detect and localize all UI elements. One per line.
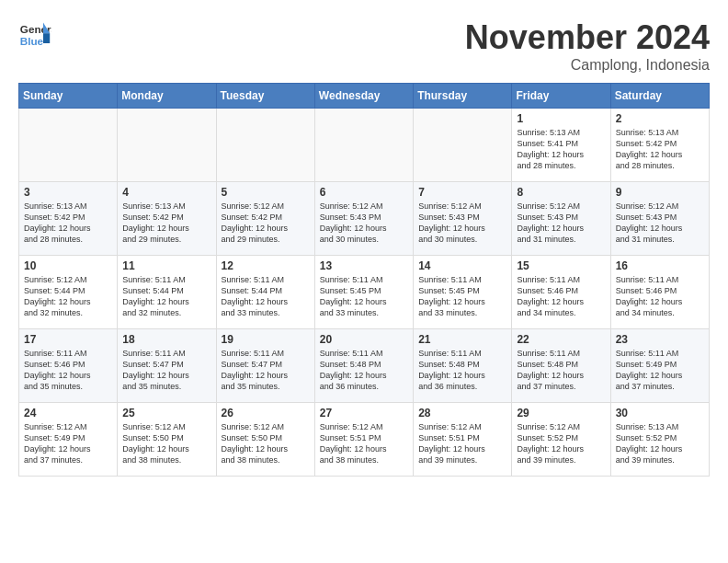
page-header: General Blue November 2024 Camplong, Ind… xyxy=(18,18,710,74)
calendar-day-24: 24Sunrise: 5:12 AM Sunset: 5:49 PM Dayli… xyxy=(19,403,118,477)
calendar-day-7: 7Sunrise: 5:12 AM Sunset: 5:43 PM Daylig… xyxy=(414,182,512,256)
day-info: Sunrise: 5:11 AM Sunset: 5:45 PM Dayligh… xyxy=(320,274,408,319)
day-info: Sunrise: 5:11 AM Sunset: 5:48 PM Dayligh… xyxy=(418,348,506,393)
day-number: 4 xyxy=(122,186,210,199)
calendar-week-4: 17Sunrise: 5:11 AM Sunset: 5:46 PM Dayli… xyxy=(19,329,710,403)
calendar-day-3: 3Sunrise: 5:13 AM Sunset: 5:42 PM Daylig… xyxy=(19,182,118,256)
day-info: Sunrise: 5:12 AM Sunset: 5:44 PM Dayligh… xyxy=(24,274,112,319)
title-block: November 2024 Camplong, Indonesia xyxy=(465,18,710,74)
location: Camplong, Indonesia xyxy=(465,57,710,74)
weekday-header-row: SundayMondayTuesdayWednesdayThursdayFrid… xyxy=(19,84,710,109)
day-number: 26 xyxy=(222,407,310,419)
calendar-table: SundayMondayTuesdayWednesdayThursdayFrid… xyxy=(18,83,710,477)
day-number: 28 xyxy=(418,407,506,419)
empty-day xyxy=(314,109,413,182)
day-number: 27 xyxy=(320,407,408,419)
calendar-day-29: 29Sunrise: 5:12 AM Sunset: 5:52 PM Dayli… xyxy=(512,403,610,477)
empty-day xyxy=(414,109,512,182)
svg-text:Blue: Blue xyxy=(20,35,44,47)
day-info: Sunrise: 5:12 AM Sunset: 5:51 PM Dayligh… xyxy=(320,421,408,466)
calendar-day-11: 11Sunrise: 5:11 AM Sunset: 5:44 PM Dayli… xyxy=(118,256,216,329)
calendar-week-5: 24Sunrise: 5:12 AM Sunset: 5:49 PM Dayli… xyxy=(19,403,710,477)
day-number: 6 xyxy=(320,186,408,199)
day-info: Sunrise: 5:13 AM Sunset: 5:42 PM Dayligh… xyxy=(24,201,112,246)
day-number: 9 xyxy=(616,186,704,199)
month-title: November 2024 xyxy=(465,18,710,57)
day-info: Sunrise: 5:13 AM Sunset: 5:42 PM Dayligh… xyxy=(122,201,210,246)
day-info: Sunrise: 5:13 AM Sunset: 5:52 PM Dayligh… xyxy=(616,421,704,466)
day-info: Sunrise: 5:12 AM Sunset: 5:43 PM Dayligh… xyxy=(616,201,704,246)
day-number: 21 xyxy=(418,333,506,346)
day-info: Sunrise: 5:11 AM Sunset: 5:48 PM Dayligh… xyxy=(517,348,605,393)
weekday-header-thursday: Thursday xyxy=(414,84,512,109)
day-number: 18 xyxy=(122,333,210,346)
logo-icon: General Blue xyxy=(18,18,51,52)
day-info: Sunrise: 5:12 AM Sunset: 5:51 PM Dayligh… xyxy=(418,421,506,466)
logo: General Blue xyxy=(18,18,51,52)
day-number: 8 xyxy=(517,186,605,199)
day-info: Sunrise: 5:12 AM Sunset: 5:50 PM Dayligh… xyxy=(222,421,310,466)
day-info: Sunrise: 5:12 AM Sunset: 5:50 PM Dayligh… xyxy=(122,421,210,466)
day-info: Sunrise: 5:12 AM Sunset: 5:52 PM Dayligh… xyxy=(517,421,605,466)
calendar-day-30: 30Sunrise: 5:13 AM Sunset: 5:52 PM Dayli… xyxy=(610,403,709,477)
calendar-day-1: 1Sunrise: 5:13 AM Sunset: 5:41 PM Daylig… xyxy=(512,109,610,182)
day-number: 29 xyxy=(517,407,605,419)
calendar-day-13: 13Sunrise: 5:11 AM Sunset: 5:45 PM Dayli… xyxy=(314,256,413,329)
calendar-day-10: 10Sunrise: 5:12 AM Sunset: 5:44 PM Dayli… xyxy=(19,256,118,329)
weekday-header-sunday: Sunday xyxy=(19,84,118,109)
day-number: 7 xyxy=(418,186,506,199)
empty-day xyxy=(216,109,314,182)
calendar-day-20: 20Sunrise: 5:11 AM Sunset: 5:48 PM Dayli… xyxy=(314,329,413,403)
day-number: 13 xyxy=(320,259,408,272)
day-number: 12 xyxy=(222,259,310,272)
day-info: Sunrise: 5:11 AM Sunset: 5:46 PM Dayligh… xyxy=(616,274,704,319)
calendar-day-22: 22Sunrise: 5:11 AM Sunset: 5:48 PM Dayli… xyxy=(512,329,610,403)
calendar-day-14: 14Sunrise: 5:11 AM Sunset: 5:45 PM Dayli… xyxy=(414,256,512,329)
day-info: Sunrise: 5:12 AM Sunset: 5:43 PM Dayligh… xyxy=(418,201,506,246)
day-info: Sunrise: 5:11 AM Sunset: 5:44 PM Dayligh… xyxy=(222,274,310,319)
svg-marker-3 xyxy=(43,33,50,43)
calendar-day-9: 9Sunrise: 5:12 AM Sunset: 5:43 PM Daylig… xyxy=(610,182,709,256)
day-info: Sunrise: 5:11 AM Sunset: 5:48 PM Dayligh… xyxy=(320,348,408,393)
calendar-day-18: 18Sunrise: 5:11 AM Sunset: 5:47 PM Dayli… xyxy=(118,329,216,403)
weekday-header-wednesday: Wednesday xyxy=(314,84,413,109)
day-number: 5 xyxy=(222,186,310,199)
calendar-day-23: 23Sunrise: 5:11 AM Sunset: 5:49 PM Dayli… xyxy=(610,329,709,403)
day-info: Sunrise: 5:12 AM Sunset: 5:42 PM Dayligh… xyxy=(222,201,310,246)
calendar-day-25: 25Sunrise: 5:12 AM Sunset: 5:50 PM Dayli… xyxy=(118,403,216,477)
empty-day xyxy=(19,109,118,182)
day-number: 10 xyxy=(24,259,112,272)
day-info: Sunrise: 5:13 AM Sunset: 5:41 PM Dayligh… xyxy=(517,127,605,172)
calendar-day-12: 12Sunrise: 5:11 AM Sunset: 5:44 PM Dayli… xyxy=(216,256,314,329)
day-info: Sunrise: 5:11 AM Sunset: 5:47 PM Dayligh… xyxy=(122,348,210,393)
calendar-day-16: 16Sunrise: 5:11 AM Sunset: 5:46 PM Dayli… xyxy=(610,256,709,329)
calendar-day-5: 5Sunrise: 5:12 AM Sunset: 5:42 PM Daylig… xyxy=(216,182,314,256)
day-info: Sunrise: 5:11 AM Sunset: 5:46 PM Dayligh… xyxy=(24,348,112,393)
day-info: Sunrise: 5:11 AM Sunset: 5:44 PM Dayligh… xyxy=(122,274,210,319)
calendar-day-8: 8Sunrise: 5:12 AM Sunset: 5:43 PM Daylig… xyxy=(512,182,610,256)
weekday-header-friday: Friday xyxy=(512,84,610,109)
day-number: 22 xyxy=(517,333,605,346)
day-number: 1 xyxy=(517,112,605,125)
calendar-week-1: 1Sunrise: 5:13 AM Sunset: 5:41 PM Daylig… xyxy=(19,109,710,182)
calendar-day-15: 15Sunrise: 5:11 AM Sunset: 5:46 PM Dayli… xyxy=(512,256,610,329)
day-number: 14 xyxy=(418,259,506,272)
day-number: 23 xyxy=(616,333,704,346)
weekday-header-tuesday: Tuesday xyxy=(216,84,314,109)
day-info: Sunrise: 5:13 AM Sunset: 5:42 PM Dayligh… xyxy=(616,127,704,172)
day-info: Sunrise: 5:11 AM Sunset: 5:47 PM Dayligh… xyxy=(222,348,310,393)
day-number: 11 xyxy=(122,259,210,272)
day-number: 20 xyxy=(320,333,408,346)
calendar-day-28: 28Sunrise: 5:12 AM Sunset: 5:51 PM Dayli… xyxy=(414,403,512,477)
calendar-week-3: 10Sunrise: 5:12 AM Sunset: 5:44 PM Dayli… xyxy=(19,256,710,329)
day-number: 17 xyxy=(24,333,112,346)
calendar-day-27: 27Sunrise: 5:12 AM Sunset: 5:51 PM Dayli… xyxy=(314,403,413,477)
day-number: 25 xyxy=(122,407,210,419)
calendar-day-26: 26Sunrise: 5:12 AM Sunset: 5:50 PM Dayli… xyxy=(216,403,314,477)
day-number: 2 xyxy=(616,112,704,125)
day-number: 24 xyxy=(24,407,112,419)
day-info: Sunrise: 5:11 AM Sunset: 5:45 PM Dayligh… xyxy=(418,274,506,319)
day-number: 15 xyxy=(517,259,605,272)
day-number: 19 xyxy=(222,333,310,346)
calendar-day-2: 2Sunrise: 5:13 AM Sunset: 5:42 PM Daylig… xyxy=(610,109,709,182)
